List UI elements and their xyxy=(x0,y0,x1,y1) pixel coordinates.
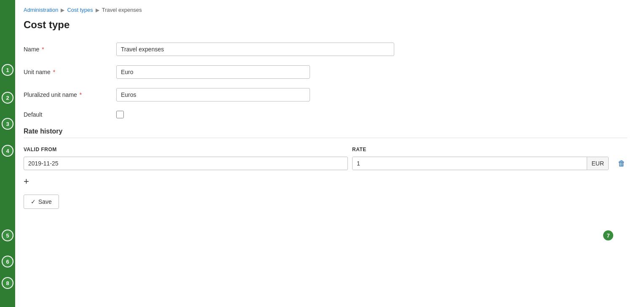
col-validfrom: VALID FROM xyxy=(24,147,352,152)
rate-header-row: VALID FROM RATE xyxy=(24,147,627,152)
rate-value-wrapper-0: EUR xyxy=(352,157,609,170)
step-1-circle: 1 xyxy=(2,64,13,76)
name-label: Name * xyxy=(24,46,116,53)
rate-history-header: Rate history xyxy=(24,128,627,135)
step-6-circle: 6 xyxy=(2,256,13,267)
sidebar: 1 2 3 4 5 6 8 xyxy=(0,0,15,307)
plural-row: Pluralized unit name * xyxy=(24,88,627,101)
breadcrumb-current: Travel expenses xyxy=(102,7,142,13)
step-2-circle: 2 xyxy=(2,92,13,104)
step-4-circle: 4 xyxy=(2,145,13,157)
step-5-circle: 5 xyxy=(2,230,13,241)
add-row-button[interactable]: + xyxy=(24,177,29,186)
unit-input[interactable] xyxy=(116,65,310,79)
plural-required: * xyxy=(80,91,82,98)
breadcrumb-admin[interactable]: Administration xyxy=(24,7,58,13)
validfrom-input-0[interactable] xyxy=(24,157,348,170)
step-7-circle: 7 xyxy=(602,230,614,241)
rate-history-table: VALID FROM RATE EUR 🗑 xyxy=(24,147,627,170)
step-8-circle: 8 xyxy=(2,277,13,289)
col-rate: RATE xyxy=(352,147,627,152)
breadcrumb-costtypes[interactable]: Cost types xyxy=(67,7,93,13)
rate-row-0: EUR 🗑 xyxy=(24,157,627,170)
breadcrumb-sep-1: ▶ xyxy=(61,7,64,13)
default-row: Default xyxy=(24,111,627,118)
save-label: Save xyxy=(38,198,52,205)
section-divider xyxy=(24,138,627,138)
unit-label: Unit name * xyxy=(24,69,116,75)
name-row: Name * xyxy=(24,43,627,56)
rate-currency-tag-0: EUR xyxy=(587,157,608,170)
save-button[interactable]: ✓ Save xyxy=(24,195,59,209)
name-required: * xyxy=(42,46,44,53)
plural-label: Pluralized unit name * xyxy=(24,91,116,98)
plural-input[interactable] xyxy=(116,88,310,101)
unit-row: Unit name * xyxy=(24,65,627,79)
unit-required: * xyxy=(53,69,55,75)
delete-row-button-0[interactable]: 🗑 xyxy=(616,158,627,170)
trash-icon: 🗑 xyxy=(618,159,625,168)
breadcrumb: Administration ▶ Cost types ▶ Travel exp… xyxy=(24,7,627,13)
main-content: Administration ▶ Cost types ▶ Travel exp… xyxy=(15,0,644,307)
default-label: Default xyxy=(24,111,116,118)
step-3-circle: 3 xyxy=(2,118,13,130)
rate-value-input-0[interactable] xyxy=(353,157,587,170)
page-title: Cost type xyxy=(24,19,627,31)
breadcrumb-sep-2: ▶ xyxy=(96,7,99,13)
check-icon: ✓ xyxy=(31,198,36,205)
name-input[interactable] xyxy=(116,43,394,56)
default-checkbox[interactable] xyxy=(116,111,124,118)
